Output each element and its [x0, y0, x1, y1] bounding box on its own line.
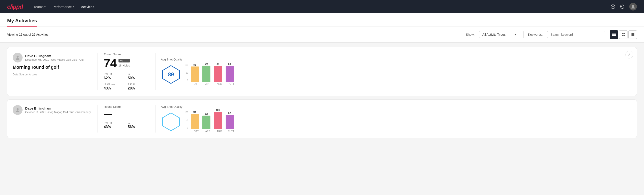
hex-score-container: 89: [161, 64, 181, 84]
svg-rect-16: [632, 35, 634, 36]
svg-rect-4: [612, 33, 616, 34]
svg-rect-12: [632, 33, 634, 34]
viewing-count: 12: [19, 33, 22, 36]
svg-rect-5: [612, 34, 616, 34]
activity-type-dropdown[interactable]: All Activity Types ▾: [479, 31, 524, 38]
bar-col: 85: [191, 63, 199, 82]
bar-col: 90: [202, 62, 210, 82]
mini-stats: FW Hit 62% GIR 50% Up/Down 43% 1 Putt 28…: [104, 72, 149, 90]
keyword-search-input[interactable]: [547, 31, 605, 38]
holes-label: 18 Holes: [118, 64, 130, 67]
list-view-button[interactable]: [628, 30, 637, 39]
shot-quality-chart-2: 100 50 0 948210687 OTT APP: [184, 111, 235, 132]
activities-list: Dave Billingham December 05, 2021 - Gog …: [0, 42, 644, 142]
logo[interactable]: clippd: [7, 3, 23, 10]
add-button[interactable]: [610, 4, 616, 9]
bar-labels-row-2: OTT APP ARG PUTT: [184, 130, 235, 132]
nav-teams[interactable]: Teams ▾: [34, 4, 46, 10]
activity-card: Dave Billingham December 05, 2021 - Gog …: [7, 47, 637, 96]
user-date: December 05, 2021 - Gog Magog Golf Club …: [25, 58, 84, 61]
user-row: Dave Billingham October 16, 2021 - Gog M…: [13, 105, 92, 115]
nav-activities[interactable]: Activities: [81, 4, 94, 10]
user-name: Dave Billingham: [25, 54, 84, 58]
avatar: [13, 53, 22, 62]
viewing-total: 29: [32, 33, 36, 36]
svg-rect-15: [631, 35, 632, 36]
bar-col: 87: [226, 112, 234, 129]
svg-rect-13: [631, 34, 632, 35]
gir-stat: GIR 50%: [128, 72, 149, 80]
bar-col: 89: [226, 63, 234, 82]
nav-performance[interactable]: Performance ▾: [53, 4, 74, 10]
activity-type-chevron-icon: ▾: [514, 33, 516, 36]
page-header: My Activities: [0, 14, 644, 27]
svg-rect-9: [622, 35, 623, 36]
user-date: October 16, 2021 - Gog Magog Golf Club -…: [25, 111, 91, 114]
data-source: Data Source: Arccos: [13, 73, 92, 76]
filter-bar: Viewing 12 out of 29 Activities Show: Al…: [0, 27, 644, 42]
card-stats: Round Score 74 +4 18 Holes FW Hit 62% GI…: [98, 53, 156, 90]
bar-col: 82: [202, 112, 210, 129]
teams-chevron-icon: ▾: [44, 6, 46, 8]
svg-rect-7: [622, 33, 623, 34]
viewing-text: Viewing 12 out of 29 Activities: [7, 33, 462, 36]
navbar: clippd Teams ▾ Performance ▾ Activities: [0, 0, 644, 14]
svg-point-19: [17, 108, 19, 110]
refresh-button[interactable]: [620, 4, 625, 9]
bar-col: 94: [191, 111, 199, 129]
svg-rect-8: [624, 33, 625, 34]
user-row: Dave Billingham December 05, 2021 - Gog …: [13, 53, 92, 62]
svg-rect-11: [631, 33, 632, 34]
user-info: Dave Billingham October 16, 2021 - Gog M…: [25, 106, 91, 114]
updown-stat: Up/Down 43%: [104, 83, 125, 90]
svg-point-3: [632, 5, 634, 7]
show-label: Show:: [466, 33, 475, 36]
svg-rect-10: [624, 35, 625, 36]
avg-shot-quality-label: Avg Shot Quality: [161, 58, 182, 61]
card-stats: Round Score — FW Hit 43% GIR 56%: [98, 105, 156, 132]
svg-rect-6: [612, 35, 616, 36]
svg-point-17: [17, 56, 19, 58]
view-toggle: [610, 30, 637, 39]
bar-col: 89: [214, 63, 222, 82]
one-putt-stat: 1 Putt 28%: [128, 83, 149, 90]
svg-marker-20: [162, 113, 180, 131]
nav-icons: [610, 3, 637, 10]
edit-button[interactable]: [626, 51, 633, 58]
user-avatar[interactable]: [629, 3, 637, 10]
user-info: Dave Billingham December 05, 2021 - Gog …: [25, 54, 84, 61]
page-title: My Activities: [7, 18, 37, 26]
performance-chevron-icon: ▾: [73, 6, 74, 8]
shot-quality-chart: 100 50 0 85908989 OTT: [184, 64, 235, 85]
svg-rect-14: [632, 34, 634, 35]
bar-labels-row: OTT APP ARG PUTT: [184, 82, 235, 85]
card-quality: Avg Shot Quality 89 100: [156, 53, 631, 90]
score-big: 74: [104, 57, 117, 69]
hex-icon: [161, 112, 181, 132]
list-dense-view-button[interactable]: [610, 30, 618, 39]
round-score-label: Round Score: [104, 53, 149, 56]
hex-score-value: 89: [168, 72, 174, 78]
round-score-label: Round Score: [104, 105, 149, 108]
score-badge: +4: [118, 59, 130, 62]
avatar: [13, 105, 22, 115]
hex-score-container: [161, 112, 181, 132]
score-big: —: [104, 110, 112, 118]
user-name: Dave Billingham: [25, 106, 91, 110]
avg-shot-quality-label: Avg Shot Quality: [161, 105, 182, 108]
keywords-label: Keywords:: [528, 33, 543, 36]
bar-col: 106: [214, 109, 222, 129]
card-left: Dave Billingham December 05, 2021 - Gog …: [13, 53, 98, 90]
fw-hit-stat: FW Hit 62%: [104, 72, 125, 80]
mini-stats: FW Hit 43% GIR 56%: [104, 121, 149, 129]
gir-stat: GIR 56%: [128, 121, 149, 129]
round-score-row: —: [104, 110, 149, 118]
grid-view-button[interactable]: [619, 30, 628, 39]
card-quality: Avg Shot Quality 100 50 0: [156, 105, 631, 132]
activity-card: Dave Billingham October 16, 2021 - Gog M…: [7, 100, 637, 138]
activity-title: Morning round of golf: [13, 65, 92, 70]
card-left: Dave Billingham October 16, 2021 - Gog M…: [13, 105, 98, 132]
fw-hit-stat: FW Hit 43%: [104, 121, 125, 129]
round-score-row: 74 +4 18 Holes: [104, 57, 149, 69]
